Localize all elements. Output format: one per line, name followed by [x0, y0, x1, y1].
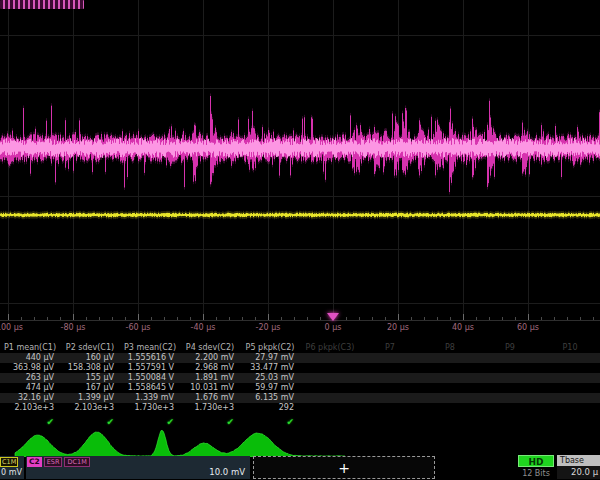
table-row: 32.16 µV1.399 µV1.339 mV1.676 mV6.135 mV	[0, 393, 600, 403]
measure-header-p8[interactable]: P8	[420, 342, 480, 353]
measure-value-cell: 2.200 mV	[180, 353, 240, 363]
timebase-title: Tbase	[557, 455, 600, 466]
measure-value-cell	[420, 393, 480, 403]
time-tick-label: -100 µs	[0, 323, 23, 332]
measure-value-cell: 363.98 µV	[0, 363, 60, 373]
timebase-value: 20.0 µ	[557, 466, 600, 479]
time-tick-label: 20 µs	[387, 323, 409, 332]
measure-value-cell	[420, 353, 480, 363]
c2-badge-row: C2 ESR DC1M	[27, 457, 90, 467]
measure-value-cell: 1.557591 V	[120, 363, 180, 373]
measure-value-cell: 1.550084 V	[120, 373, 180, 383]
table-row: 474 µV167 µV1.558645 V10.031 mV59.97 mV	[0, 383, 600, 393]
measure-value-cell	[300, 403, 360, 413]
table-row: ✔✔✔✔✔	[0, 416, 600, 428]
measure-value-cell	[420, 363, 480, 373]
waveform-display-area[interactable]	[0, 0, 600, 322]
table-row: 2.103e+32.103e+31.730e+31.730e+3292	[0, 403, 600, 413]
time-tick-label: 40 µs	[452, 323, 474, 332]
c2-esr-badge: ESR	[44, 457, 63, 467]
measure-value-cell: 32.16 µV	[0, 393, 60, 403]
status-check-icon: ✔	[0, 416, 60, 428]
channel1-descriptor-box[interactable]: C1M 0 mV	[0, 456, 24, 479]
c2-coupling-badge: DC1M	[64, 457, 89, 467]
measure-value-cell: 474 µV	[0, 383, 60, 393]
status-empty-cell	[420, 416, 480, 428]
measure-value-cell	[480, 383, 540, 393]
c1-scale-value: 0 mV	[1, 468, 22, 477]
measure-header-p9[interactable]: P9	[480, 342, 540, 353]
time-tick-label: -60 µs	[126, 323, 151, 332]
measure-value-cell	[540, 363, 600, 373]
measure-value-cell	[420, 373, 480, 383]
time-axis-labels: -100 µs-80 µs-60 µs-40 µs-20 µs0 µs20 µs…	[0, 323, 600, 335]
measure-value-cell: 158.308 µV	[60, 363, 120, 373]
measure-value-cell: 1.555616 V	[120, 353, 180, 363]
measure-value-cell	[480, 393, 540, 403]
measurement-trend-strip	[0, 429, 600, 458]
status-check-icon: ✔	[240, 416, 300, 428]
table-row: P1 mean(C1)P2 sdev(C1)P3 mean(C2)P4 sdev…	[0, 342, 600, 353]
measure-value-cell: 6.135 mV	[240, 393, 300, 403]
status-check-icon: ✔	[180, 416, 240, 428]
measure-header-p1[interactable]: P1 mean(C1)	[0, 342, 60, 353]
hd-bits-label: 12 Bits	[514, 469, 558, 478]
measure-value-cell: 263 µV	[0, 373, 60, 383]
measure-value-cell: 292	[240, 403, 300, 413]
c1-coupling-badge: C1M	[0, 457, 18, 467]
measure-header-p3[interactable]: P3 mean(C2)	[120, 342, 180, 353]
measure-value-cell	[420, 383, 480, 393]
measure-value-cell: 33.477 mV	[240, 363, 300, 373]
measure-value-cell	[360, 403, 420, 413]
measure-value-cell: 160 µV	[60, 353, 120, 363]
measure-value-cell	[480, 403, 540, 413]
status-empty-cell	[360, 416, 420, 428]
measure-value-cell: 1.558645 V	[120, 383, 180, 393]
timebase-descriptor-box[interactable]: Tbase 20.0 µ	[557, 455, 600, 479]
status-empty-cell	[540, 416, 600, 428]
plus-icon: +	[338, 461, 350, 475]
measure-header-p5[interactable]: P5 pkpk(C2)	[240, 342, 300, 353]
measure-value-cell	[360, 373, 420, 383]
measure-value-cell: 167 µV	[60, 383, 120, 393]
measure-value-cell	[300, 383, 360, 393]
clipped-label-badge	[0, 0, 84, 9]
measure-header-p2[interactable]: P2 sdev(C1)	[60, 342, 120, 353]
measure-value-cell	[540, 403, 600, 413]
c2-channel-badge: C2	[27, 457, 42, 467]
hd-mode-badge[interactable]: HD	[518, 455, 554, 467]
measure-value-cell: 1.730e+3	[120, 403, 180, 413]
table-row: 263 µV155 µV1.550084 V1.891 mV25.03 mV	[0, 373, 600, 383]
measure-header-p4[interactable]: P4 sdev(C2)	[180, 342, 240, 353]
time-tick-label: -20 µs	[256, 323, 281, 332]
measure-header-p10[interactable]: P10	[540, 342, 600, 353]
measure-value-cell	[540, 373, 600, 383]
measure-value-cell	[540, 383, 600, 393]
channel2-descriptor-box[interactable]: C2 ESR DC1M 10.0 mV	[26, 456, 250, 479]
measure-value-cell	[480, 373, 540, 383]
measure-value-cell: 59.97 mV	[240, 383, 300, 393]
measure-header-p6[interactable]: P6 pkpk(C3)	[300, 342, 360, 353]
measure-value-cell: 25.03 mV	[240, 373, 300, 383]
measure-value-cell: 440 µV	[0, 353, 60, 363]
measure-value-cell: 10.031 mV	[180, 383, 240, 393]
measurement-table: P1 mean(C1)P2 sdev(C1)P3 mean(C2)P4 sdev…	[0, 342, 600, 428]
add-trace-button[interactable]: +	[253, 456, 435, 479]
oscilloscope-screen: -100 µs-80 µs-60 µs-40 µs-20 µs0 µs20 µs…	[0, 0, 600, 480]
measure-value-cell: 2.103e+3	[60, 403, 120, 413]
table-row: 363.98 µV158.308 µV1.557591 V2.968 mV33.…	[0, 363, 600, 373]
measure-value-cell	[420, 403, 480, 413]
measure-value-cell: 155 µV	[60, 373, 120, 383]
measure-value-cell: 2.968 mV	[180, 363, 240, 373]
status-check-icon: ✔	[60, 416, 120, 428]
time-tick-label: -40 µs	[191, 323, 216, 332]
measure-value-cell	[300, 353, 360, 363]
status-check-icon: ✔	[120, 416, 180, 428]
time-tick-label: 60 µs	[517, 323, 539, 332]
measure-value-cell: 1.891 mV	[180, 373, 240, 383]
trigger-position-marker[interactable]	[327, 313, 339, 321]
status-empty-cell	[480, 416, 540, 428]
measure-value-cell	[540, 353, 600, 363]
status-empty-cell	[300, 416, 360, 428]
measure-header-p7[interactable]: P7	[360, 342, 420, 353]
